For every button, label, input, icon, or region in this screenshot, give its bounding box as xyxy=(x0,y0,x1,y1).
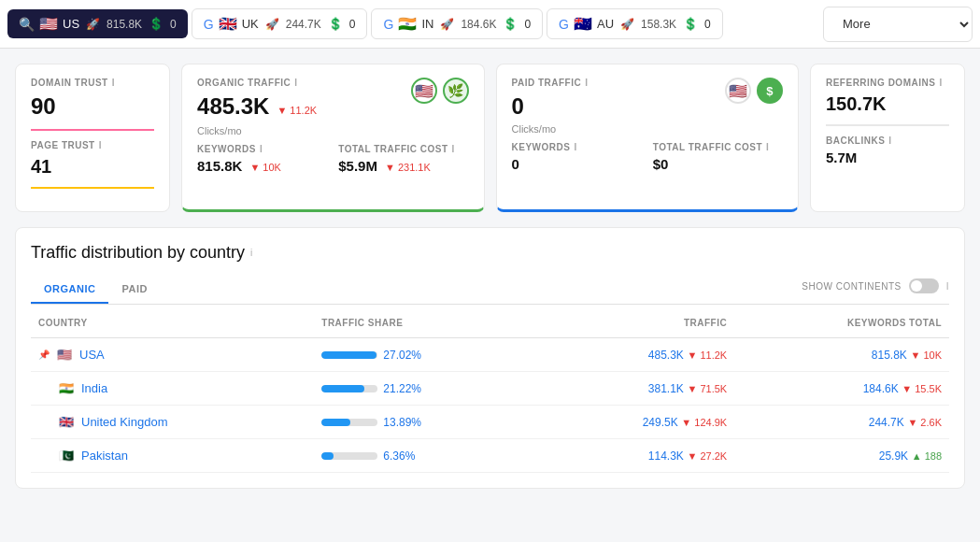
domain-trust-value: 90 xyxy=(31,93,154,120)
paid-traffic-info[interactable]: i xyxy=(585,78,588,88)
more-dropdown[interactable]: More xyxy=(823,7,973,42)
paid-us-flag: 🇺🇸 xyxy=(725,78,751,104)
keywords-label: KEYWORDS i xyxy=(197,144,327,154)
referring-domains-value: 150.7K xyxy=(826,93,949,115)
traffic-change-2: ▼ 124.9K xyxy=(681,417,727,428)
organic-us-flag: 🇺🇸 xyxy=(411,78,437,104)
section-title: Traffic distribution by country i xyxy=(31,243,949,263)
traffic-share-cell-2: 13.89% xyxy=(314,406,539,439)
traffic-bar-fill-3 xyxy=(321,452,334,460)
traffic-cell-1: 381.1K ▼ 71.5K xyxy=(539,372,734,406)
speed-icon-in: 🚀 xyxy=(440,18,454,31)
traffic-val-3: 114.3K xyxy=(648,449,684,463)
col-keywords-total: KEYWORDS TOTAL xyxy=(734,308,949,338)
referring-domains-divider xyxy=(826,124,949,126)
country-cell-0: 📌 🇺🇸 USA xyxy=(31,338,314,372)
domain-trust-info[interactable]: i xyxy=(112,78,115,88)
tab-organic[interactable]: ORGANIC xyxy=(31,276,108,304)
traffic-val-0: 485.3K xyxy=(648,349,684,362)
nav-tab-us-label: US xyxy=(63,17,79,31)
country-link-2[interactable]: United Kingdom xyxy=(81,415,168,429)
google-icon-in: G xyxy=(383,17,393,32)
paid-keywords-value: 0 xyxy=(512,156,642,172)
keywords-info[interactable]: i xyxy=(260,144,263,154)
nav-tab-us[interactable]: 🔍 🇺🇸 US 🚀 815.8K 💲 0 xyxy=(7,9,188,38)
uk-flag: 🇬🇧 xyxy=(219,15,237,33)
continents-toggle-area: SHOW CONTINENTS i xyxy=(802,278,949,301)
continents-info[interactable]: i xyxy=(946,281,949,292)
paid-cost-label: TOTAL TRAFFIC COST i xyxy=(653,142,783,152)
traffic-val-2: 249.5K xyxy=(643,416,678,429)
kw-change-2: ▼ 2.6K xyxy=(907,417,942,428)
dollar-circle-icon-au: 💲 xyxy=(683,17,698,31)
paid-traffic-sub: Clicks/mo xyxy=(512,123,589,135)
paid-cost-info[interactable]: i xyxy=(766,142,769,152)
traffic-change-1: ▼ 71.5K xyxy=(687,383,727,394)
traffic-share-pct-3: 6.36% xyxy=(383,449,415,463)
referring-domains-label: REFERRING DOMAINS i xyxy=(826,78,949,88)
domain-trust-divider xyxy=(31,129,154,131)
country-cell-1: 🇮🇳 India xyxy=(31,372,314,406)
traffic-distribution-section: Traffic distribution by country i ORGANI… xyxy=(15,227,965,489)
kw-val-0: 815.8K xyxy=(872,349,907,362)
continents-toggle[interactable] xyxy=(909,278,939,293)
traffic-bar-fill-1 xyxy=(321,385,364,392)
organic-traffic-change: ▼ 11.2K xyxy=(277,105,317,116)
tab-paid[interactable]: PAID xyxy=(108,276,160,304)
country-flag-1: 🇮🇳 xyxy=(59,381,74,395)
paid-keywords-label: KEYWORDS i xyxy=(512,142,642,152)
traffic-share-pct-1: 21.22% xyxy=(383,382,421,395)
tabs-bar: ORGANIC PAID SHOW CONTINENTS i xyxy=(31,276,949,305)
country-link-1[interactable]: India xyxy=(81,381,107,395)
keywords-cell: KEYWORDS i 815.8K ▼ 10K xyxy=(197,144,327,174)
nav-tab-au[interactable]: G 🇦🇺 AU 🚀 158.3K 💲 0 xyxy=(547,8,723,39)
referring-domains-info[interactable]: i xyxy=(939,78,942,88)
section-info-icon[interactable]: i xyxy=(250,248,252,258)
google-icon: 🔍 xyxy=(19,17,35,32)
in-flag: 🇮🇳 xyxy=(398,15,417,33)
nav-tab-in-credits: 0 xyxy=(524,18,531,31)
traffic-cost-info[interactable]: i xyxy=(452,144,455,154)
traffic-share-pct-0: 27.02% xyxy=(383,349,421,362)
nav-tab-uk[interactable]: G 🇬🇧 UK 🚀 244.7K 💲 0 xyxy=(192,8,368,39)
kw-val-3: 25.9K xyxy=(879,449,908,463)
traffic-cell-0: 485.3K ▼ 11.2K xyxy=(539,338,734,372)
more-select[interactable]: More xyxy=(823,7,973,42)
au-flag: 🇦🇺 xyxy=(574,15,592,33)
paid-cost-cell: TOTAL TRAFFIC COST i $0 xyxy=(653,142,783,172)
google-icon-uk: G xyxy=(204,17,214,32)
country-cell-3: 🇵🇰 Pakistan xyxy=(31,439,314,473)
country-link-0[interactable]: USA xyxy=(79,348,105,362)
col-traffic: TRAFFIC xyxy=(539,308,734,338)
pin-icon: 📌 xyxy=(38,349,50,360)
traffic-bar-bg-2 xyxy=(321,419,377,426)
table-header-row: COUNTRY TRAFFIC SHARE TRAFFIC KEYWORDS T… xyxy=(31,308,949,338)
nav-tab-uk-traffic: 244.7K xyxy=(286,18,321,31)
traffic-share-cell-3: 6.36% xyxy=(314,439,539,473)
organic-traffic-info[interactable]: i xyxy=(294,78,297,88)
domain-trust-label: DOMAIN TRUST i xyxy=(31,78,154,88)
table-row: 🇬🇧 United Kingdom 13.89% 249.5K ▼ 124.9K… xyxy=(31,406,949,439)
paid-traffic-sub-metrics: KEYWORDS i 0 TOTAL TRAFFIC COST i $0 xyxy=(512,142,783,172)
page-trust-value: 41 xyxy=(31,156,154,178)
backlinks-info[interactable]: i xyxy=(888,136,891,146)
traffic-share-cell-0: 27.02% xyxy=(314,338,539,372)
kw-val-1: 184.6K xyxy=(863,382,899,395)
organic-traffic-label: ORGANIC TRAFFIC i xyxy=(197,78,317,88)
organic-traffic-sub: Clicks/mo xyxy=(197,125,317,136)
country-link-3[interactable]: Pakistan xyxy=(81,449,128,463)
nav-tab-uk-label: UK xyxy=(242,17,259,31)
backlinks-label: BACKLINKS i xyxy=(826,136,949,146)
organic-traffic-card: ORGANIC TRAFFIC i 485.3K ▼ 11.2K Clicks/… xyxy=(181,64,484,212)
kw-change-1: ▼ 15.5K xyxy=(902,383,942,394)
paid-keywords-cell: KEYWORDS i 0 xyxy=(512,142,642,172)
nav-tab-in[interactable]: G 🇮🇳 IN 🚀 184.6K 💲 0 xyxy=(371,8,543,39)
paid-traffic-card: PAID TRAFFIC i 0 Clicks/mo 🇺🇸 $ KEYWORDS… xyxy=(496,64,799,212)
col-traffic-share: TRAFFIC SHARE xyxy=(314,308,539,338)
keywords-cell-0: 815.8K ▼ 10K xyxy=(734,338,949,372)
metrics-row: DOMAIN TRUST i 90 PAGE TRUST i 41 ORGANI… xyxy=(0,49,980,227)
paid-keywords-info[interactable]: i xyxy=(574,142,576,152)
traffic-cell-2: 249.5K ▼ 124.9K xyxy=(539,406,734,439)
dollar-circle-icon: 💲 xyxy=(149,17,163,31)
page-trust-info[interactable]: i xyxy=(99,140,102,150)
